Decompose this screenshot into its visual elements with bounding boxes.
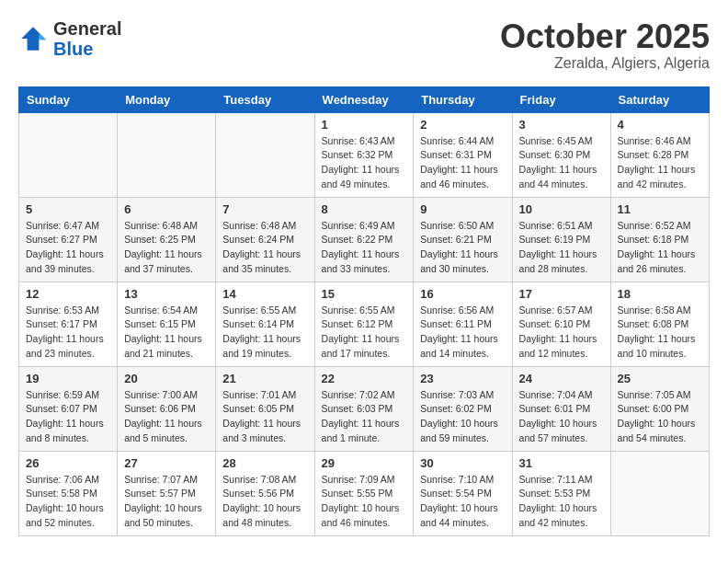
calendar-cell: 1Sunrise: 6:43 AMSunset: 6:32 PMDaylight…	[314, 112, 414, 197]
weekday-header-wednesday: Wednesday	[314, 86, 414, 112]
day-info: Sunrise: 6:49 AMSunset: 6:22 PMDaylight:…	[322, 219, 407, 277]
calendar-table: SundayMondayTuesdayWednesdayThursdayFrid…	[18, 86, 710, 536]
day-number: 24	[519, 372, 604, 385]
weekday-header-friday: Friday	[512, 86, 610, 112]
calendar-cell: 18Sunrise: 6:58 AMSunset: 6:08 PMDayligh…	[610, 282, 709, 366]
day-number: 23	[420, 372, 505, 385]
month-year-title: October 2025	[500, 18, 710, 55]
weekday-header-monday: Monday	[118, 86, 216, 112]
weekday-header-row: SundayMondayTuesdayWednesdayThursdayFrid…	[19, 86, 710, 112]
calendar-cell: 14Sunrise: 6:55 AMSunset: 6:14 PMDayligh…	[216, 282, 314, 366]
calendar-cell: 4Sunrise: 6:46 AMSunset: 6:28 PMDaylight…	[610, 112, 709, 197]
day-number: 10	[519, 202, 604, 216]
calendar-cell	[118, 112, 216, 197]
calendar-cell: 8Sunrise: 6:49 AMSunset: 6:22 PMDaylight…	[314, 197, 414, 282]
day-number: 21	[222, 372, 307, 385]
day-number: 28	[222, 456, 307, 470]
day-info: Sunrise: 6:58 AMSunset: 6:08 PMDaylight:…	[618, 304, 702, 362]
day-number: 29	[322, 456, 407, 470]
day-info: Sunrise: 6:43 AMSunset: 6:32 PMDaylight:…	[322, 134, 407, 192]
calendar-cell	[610, 451, 709, 535]
page-header: General Blue October 2025 Zeralda, Algie…	[18, 18, 710, 72]
logo: General Blue	[18, 18, 121, 59]
calendar-cell: 20Sunrise: 7:00 AMSunset: 6:06 PMDayligh…	[118, 366, 216, 451]
calendar-week-row: 26Sunrise: 7:06 AMSunset: 5:58 PMDayligh…	[19, 451, 710, 535]
day-info: Sunrise: 6:56 AMSunset: 6:11 PMDaylight:…	[420, 304, 505, 362]
day-number: 7	[222, 202, 307, 216]
day-info: Sunrise: 6:57 AMSunset: 6:10 PMDaylight:…	[519, 304, 604, 362]
calendar-cell: 25Sunrise: 7:05 AMSunset: 6:00 PMDayligh…	[610, 366, 709, 451]
day-info: Sunrise: 6:54 AMSunset: 6:15 PMDaylight:…	[124, 304, 209, 362]
calendar-cell: 19Sunrise: 6:59 AMSunset: 6:07 PMDayligh…	[19, 366, 118, 451]
calendar-cell: 7Sunrise: 6:48 AMSunset: 6:24 PMDaylight…	[216, 197, 314, 282]
day-info: Sunrise: 7:10 AMSunset: 5:54 PMDaylight:…	[420, 473, 505, 531]
day-info: Sunrise: 6:44 AMSunset: 6:31 PMDaylight:…	[420, 134, 505, 192]
calendar-cell: 17Sunrise: 6:57 AMSunset: 6:10 PMDayligh…	[512, 282, 610, 366]
day-number: 15	[322, 287, 407, 301]
day-info: Sunrise: 7:07 AMSunset: 5:57 PMDaylight:…	[124, 473, 209, 531]
day-info: Sunrise: 7:08 AMSunset: 5:56 PMDaylight:…	[222, 473, 307, 531]
day-info: Sunrise: 7:05 AMSunset: 6:00 PMDaylight:…	[618, 388, 702, 446]
day-number: 20	[124, 372, 209, 385]
day-info: Sunrise: 6:46 AMSunset: 6:28 PMDaylight:…	[618, 134, 702, 192]
calendar-cell: 3Sunrise: 6:45 AMSunset: 6:30 PMDaylight…	[512, 112, 610, 197]
day-number: 27	[124, 456, 209, 470]
day-number: 22	[322, 372, 407, 385]
calendar-cell: 9Sunrise: 6:50 AMSunset: 6:21 PMDaylight…	[414, 197, 512, 282]
day-number: 14	[222, 287, 307, 301]
day-info: Sunrise: 6:51 AMSunset: 6:19 PMDaylight:…	[519, 219, 604, 277]
calendar-week-row: 12Sunrise: 6:53 AMSunset: 6:17 PMDayligh…	[19, 282, 710, 366]
calendar-cell: 6Sunrise: 6:48 AMSunset: 6:25 PMDaylight…	[118, 197, 216, 282]
logo-blue-text: Blue	[53, 39, 93, 59]
weekday-header-saturday: Saturday	[610, 86, 709, 112]
calendar-cell: 28Sunrise: 7:08 AMSunset: 5:56 PMDayligh…	[216, 451, 314, 535]
day-info: Sunrise: 6:52 AMSunset: 6:18 PMDaylight:…	[618, 219, 702, 277]
day-number: 26	[26, 456, 110, 470]
day-number: 16	[420, 287, 505, 301]
calendar-cell: 27Sunrise: 7:07 AMSunset: 5:57 PMDayligh…	[118, 451, 216, 535]
day-info: Sunrise: 6:50 AMSunset: 6:21 PMDaylight:…	[420, 219, 505, 277]
weekday-header-thursday: Thursday	[414, 86, 512, 112]
calendar-cell: 21Sunrise: 7:01 AMSunset: 6:05 PMDayligh…	[216, 366, 314, 451]
calendar-week-row: 1Sunrise: 6:43 AMSunset: 6:32 PMDaylight…	[19, 112, 710, 197]
day-number: 6	[124, 202, 209, 216]
day-info: Sunrise: 6:55 AMSunset: 6:14 PMDaylight:…	[222, 304, 307, 362]
weekday-header-sunday: Sunday	[19, 86, 118, 112]
day-info: Sunrise: 6:48 AMSunset: 6:25 PMDaylight:…	[124, 219, 209, 277]
svg-marker-1	[39, 33, 46, 40]
calendar-cell: 22Sunrise: 7:02 AMSunset: 6:03 PMDayligh…	[314, 366, 414, 451]
day-number: 19	[26, 372, 110, 385]
calendar-cell: 13Sunrise: 6:54 AMSunset: 6:15 PMDayligh…	[118, 282, 216, 366]
day-number: 18	[618, 287, 702, 301]
calendar-cell: 24Sunrise: 7:04 AMSunset: 6:01 PMDayligh…	[512, 366, 610, 451]
day-info: Sunrise: 7:02 AMSunset: 6:03 PMDaylight:…	[322, 388, 407, 446]
logo-general-text: General	[53, 18, 121, 39]
weekday-header-tuesday: Tuesday	[216, 86, 314, 112]
calendar-cell: 23Sunrise: 7:03 AMSunset: 6:02 PMDayligh…	[414, 366, 512, 451]
calendar-week-row: 5Sunrise: 6:47 AMSunset: 6:27 PMDaylight…	[19, 197, 710, 282]
calendar-cell	[19, 112, 118, 197]
day-info: Sunrise: 7:00 AMSunset: 6:06 PMDaylight:…	[124, 388, 209, 446]
day-number: 4	[618, 118, 702, 132]
calendar-cell: 11Sunrise: 6:52 AMSunset: 6:18 PMDayligh…	[610, 197, 709, 282]
day-info: Sunrise: 6:55 AMSunset: 6:12 PMDaylight:…	[322, 304, 407, 362]
calendar-cell: 12Sunrise: 6:53 AMSunset: 6:17 PMDayligh…	[19, 282, 118, 366]
day-number: 13	[124, 287, 209, 301]
calendar-cell: 5Sunrise: 6:47 AMSunset: 6:27 PMDaylight…	[19, 197, 118, 282]
calendar-cell: 30Sunrise: 7:10 AMSunset: 5:54 PMDayligh…	[414, 451, 512, 535]
day-number: 30	[420, 456, 505, 470]
day-info: Sunrise: 6:47 AMSunset: 6:27 PMDaylight:…	[26, 219, 110, 277]
day-number: 17	[519, 287, 604, 301]
day-number: 1	[322, 118, 407, 132]
calendar-cell: 2Sunrise: 6:44 AMSunset: 6:31 PMDaylight…	[414, 112, 512, 197]
day-number: 11	[618, 202, 702, 216]
location-subtitle: Zeralda, Algiers, Algeria	[500, 55, 710, 72]
day-number: 3	[519, 118, 604, 132]
day-number: 12	[26, 287, 110, 301]
day-info: Sunrise: 7:11 AMSunset: 5:53 PMDaylight:…	[519, 473, 604, 531]
calendar-cell	[216, 112, 314, 197]
day-info: Sunrise: 6:45 AMSunset: 6:30 PMDaylight:…	[519, 134, 604, 192]
calendar-cell: 10Sunrise: 6:51 AMSunset: 6:19 PMDayligh…	[512, 197, 610, 282]
day-number: 8	[322, 202, 407, 216]
day-info: Sunrise: 6:48 AMSunset: 6:24 PMDaylight:…	[222, 219, 307, 277]
